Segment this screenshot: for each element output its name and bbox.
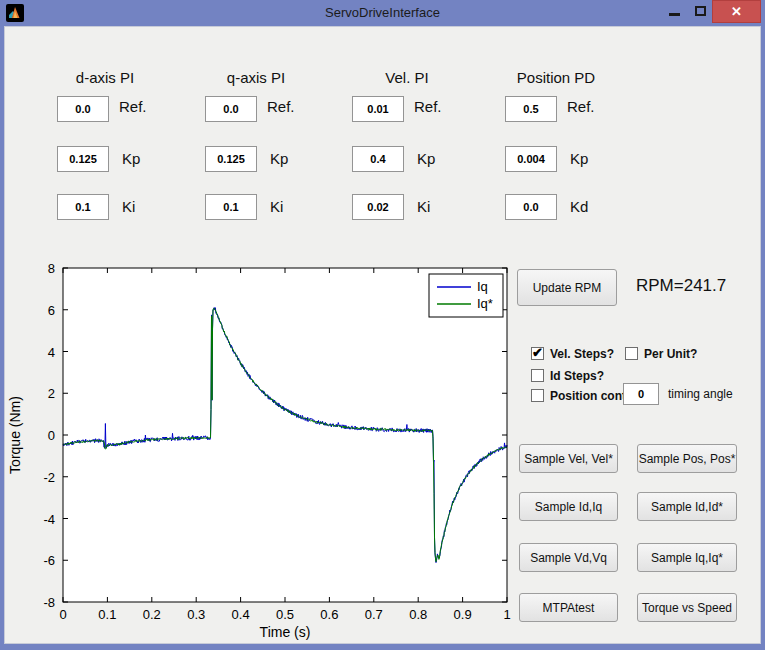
maximize-icon [695, 6, 706, 16]
timing-angle-field[interactable] [623, 383, 659, 405]
svg-text:-8: -8 [43, 595, 55, 610]
sample-vd-vq-button[interactable]: Sample Vd,Vq [519, 543, 618, 572]
qaxis-kp-label: Kp [270, 146, 288, 172]
pos-kd-field[interactable] [505, 194, 557, 220]
svg-text:6: 6 [48, 303, 55, 318]
vel-ki-field[interactable] [352, 194, 404, 220]
sample-iq-iqstar-button[interactable]: Sample Iq,Iq* [637, 543, 737, 572]
daxis-ref-label: Ref. [119, 94, 147, 120]
position-control-checkbox[interactable] [531, 389, 544, 402]
torque-vs-speed-button[interactable]: Torque vs Speed [637, 593, 737, 622]
qaxis-ref-field[interactable] [205, 96, 257, 122]
svg-text:4: 4 [48, 345, 55, 360]
servo-drive-window: ServoDriveInterface ✕ d-axis PI q-axis P… [0, 0, 765, 650]
daxis-ref-field[interactable] [57, 96, 109, 122]
sample-id-iq-button[interactable]: Sample Id,Iq [519, 492, 618, 521]
svg-text:Iq*: Iq* [477, 296, 493, 311]
svg-text:Torque (Nm): Torque (Nm) [7, 396, 23, 474]
torque-plot: 00.10.20.30.40.50.60.70.80.91-8-6-4-2024… [4, 255, 515, 650]
qaxis-ki-field[interactable] [205, 194, 257, 220]
svg-text:0.3: 0.3 [187, 607, 205, 622]
svg-text:0: 0 [59, 607, 66, 622]
svg-text:2: 2 [48, 386, 55, 401]
svg-text:Iq: Iq [477, 279, 488, 294]
svg-text:Time (s): Time (s) [260, 624, 311, 640]
per-unit-label: Per Unit? [644, 347, 697, 361]
svg-text:0.8: 0.8 [409, 607, 427, 622]
svg-text:0.1: 0.1 [98, 607, 116, 622]
close-button[interactable]: ✕ [712, 0, 761, 23]
daxis-ki-field[interactable] [57, 194, 109, 220]
vel-ref-field[interactable] [352, 96, 404, 122]
update-rpm-button[interactable]: Update RPM [517, 269, 617, 306]
vel-kp-field[interactable] [352, 146, 404, 172]
vel-steps-checkbox[interactable] [531, 347, 544, 360]
maximize-button[interactable] [688, 0, 712, 24]
svg-text:0: 0 [48, 428, 55, 443]
svg-text:-4: -4 [43, 512, 55, 527]
vel-steps-label: Vel. Steps? [550, 347, 614, 361]
svg-text:0.2: 0.2 [143, 607, 161, 622]
sample-pos-button[interactable]: Sample Pos, Pos* [637, 444, 737, 473]
svg-text:0.7: 0.7 [365, 607, 383, 622]
qaxis-kp-field[interactable] [205, 146, 257, 172]
svg-text:0.9: 0.9 [454, 607, 472, 622]
svg-text:1: 1 [503, 607, 510, 622]
id-steps-label: Id Steps? [550, 369, 604, 383]
svg-text:8: 8 [48, 261, 55, 276]
qaxis-ref-label: Ref. [267, 94, 295, 120]
daxis-kp-field[interactable] [57, 146, 109, 172]
figure-canvas: d-axis PI q-axis PI Vel. PI Position PD … [4, 26, 761, 644]
position-pd-title: Position PD [517, 69, 595, 86]
daxis-ki-label: Ki [122, 194, 135, 220]
id-steps-checkbox[interactable] [531, 369, 544, 382]
per-unit-checkbox[interactable] [625, 347, 638, 360]
vel-kp-label: Kp [417, 146, 435, 172]
svg-text:0.4: 0.4 [232, 607, 250, 622]
vel-pi-title: Vel. PI [385, 69, 428, 86]
title-bar[interactable]: ServoDriveInterface ✕ [0, 0, 765, 26]
vel-ki-label: Ki [417, 194, 430, 220]
pos-kp-field[interactable] [505, 146, 557, 172]
sample-vel-button[interactable]: Sample Vel, Vel* [519, 444, 618, 473]
daxis-pi-title: d-axis PI [76, 69, 134, 86]
daxis-kp-label: Kp [122, 146, 140, 172]
pos-kd-label: Kd [570, 194, 588, 220]
svg-text:0.6: 0.6 [320, 607, 338, 622]
svg-text:-2: -2 [43, 470, 55, 485]
pos-kp-label: Kp [570, 146, 588, 172]
svg-text:-6: -6 [43, 553, 55, 568]
pos-ref-field[interactable] [505, 96, 557, 122]
vel-ref-label: Ref. [414, 94, 442, 120]
sample-id-idstar-button[interactable]: Sample Id,Id* [637, 492, 737, 521]
rpm-readout: RPM=241.7 [636, 276, 726, 296]
qaxis-ki-label: Ki [270, 194, 283, 220]
window-title: ServoDriveInterface [0, 5, 765, 20]
qaxis-pi-title: q-axis PI [227, 69, 285, 86]
svg-text:0.5: 0.5 [276, 607, 294, 622]
minimize-icon [669, 13, 680, 16]
minimize-button[interactable] [662, 0, 686, 24]
timing-angle-label: timing angle [668, 387, 733, 401]
pos-ref-label: Ref. [567, 94, 595, 120]
mtpa-test-button[interactable]: MTPAtest [519, 593, 618, 622]
